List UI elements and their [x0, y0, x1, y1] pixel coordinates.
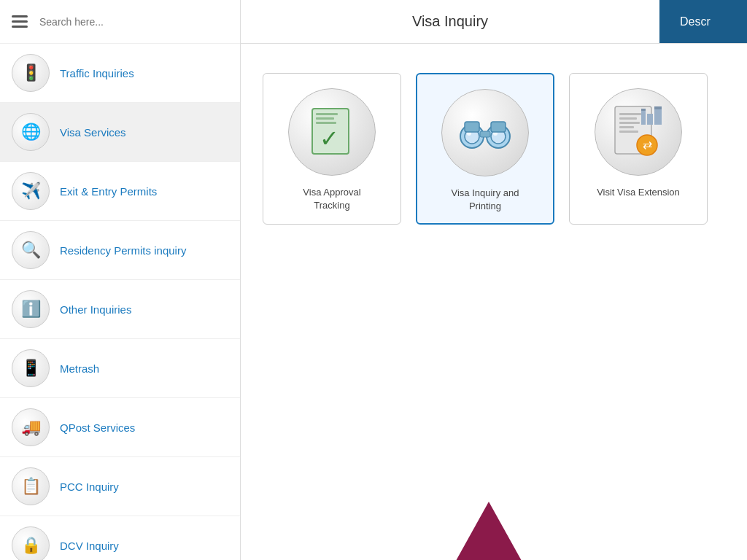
svg-rect-3: [316, 122, 336, 124]
metrash-icon: 📱: [12, 349, 50, 387]
sidebar-label-residency-permits: Residency Permits inquiry: [60, 244, 186, 257]
sidebar-item-residency-permits[interactable]: 🔍Residency Permits inquiry: [0, 221, 240, 280]
descr-button[interactable]: Descr: [659, 0, 747, 43]
other-inquiries-icon: ℹ️: [12, 290, 50, 328]
content-area: Visa Inquiry Descr ✓ Visa Approval Track…: [241, 0, 747, 560]
hamburger-menu-button[interactable]: [9, 12, 31, 31]
sidebar-item-visa-services[interactable]: 🌐Visa Services: [0, 103, 240, 162]
svg-rect-11: [480, 131, 490, 137]
svg-rect-18: [619, 126, 634, 128]
svg-text:⇄: ⇄: [643, 139, 652, 151]
sidebar-item-exit-entry-permits[interactable]: ✈️Exit & Entry Permits: [0, 162, 240, 221]
binoculars-svg: [456, 107, 514, 158]
sidebar-item-dcv-inquiry[interactable]: 🔒DCV Inquiry: [0, 516, 240, 560]
sidebar: 🚦Traffic Inquiries🌐Visa Services✈️Exit &…: [0, 0, 241, 560]
svg-marker-28: [452, 502, 525, 560]
visa-services-icon: 🌐: [12, 113, 50, 151]
sidebar-label-qpost-services: QPost Services: [60, 421, 135, 434]
svg-rect-24: [654, 106, 662, 109]
sidebar-item-pcc-inquiry[interactable]: 📋PCC Inquiry: [0, 457, 240, 516]
cards-row: ✓ Visa Approval Tracking Visa In: [263, 73, 725, 225]
dcv-inquiry-icon: 🔒: [12, 526, 50, 560]
visit-visa-svg: ⇄: [609, 103, 667, 161]
sidebar-label-exit-entry-permits: Exit & Entry Permits: [60, 185, 157, 198]
svg-rect-13: [491, 122, 506, 132]
residency-permits-icon: 🔍: [12, 231, 50, 269]
sidebar-header: [0, 0, 240, 44]
sidebar-label-metrash: Metrash: [60, 362, 99, 375]
content-body: ✓ Visa Approval Tracking Visa In: [241, 44, 747, 560]
sidebar-items-list: 🚦Traffic Inquiries🌐Visa Services✈️Exit &…: [0, 44, 240, 560]
card-label-visa-approval-tracking: Visa Approval Tracking: [303, 186, 360, 212]
traffic-inquiries-icon: 🚦: [12, 54, 50, 92]
card-visa-inquiry-printing[interactable]: Visa Inquiry and Printing: [416, 73, 554, 225]
svg-rect-20: [641, 110, 646, 125]
qpost-services-icon: 🚚: [12, 408, 50, 446]
svg-rect-12: [465, 122, 479, 132]
card-icon-visa-approval-tracking: ✓: [288, 88, 376, 176]
svg-rect-16: [619, 117, 637, 120]
card-visa-approval-tracking[interactable]: ✓ Visa Approval Tracking: [263, 73, 401, 225]
exit-entry-permits-icon: ✈️: [12, 172, 50, 210]
sidebar-label-dcv-inquiry: DCV Inquiry: [60, 540, 119, 552]
sidebar-item-traffic-inquiries[interactable]: 🚦Traffic Inquiries: [0, 44, 240, 103]
svg-text:✓: ✓: [320, 125, 339, 152]
sidebar-label-pcc-inquiry: PCC Inquiry: [60, 481, 119, 493]
content-header: Visa Inquiry Descr: [241, 0, 747, 44]
svg-rect-22: [654, 109, 662, 125]
sidebar-label-visa-services: Visa Services: [60, 126, 126, 139]
sidebar-item-qpost-services[interactable]: 🚚QPost Services: [0, 398, 240, 457]
visa-approval-svg: ✓: [305, 103, 360, 161]
sidebar-label-traffic-inquiries: Traffic Inquiries: [60, 67, 134, 79]
card-label-visa-inquiry-printing: Visa Inquiry and Printing: [452, 187, 519, 213]
svg-rect-19: [619, 131, 638, 133]
search-input[interactable]: [39, 16, 231, 28]
sidebar-label-other-inquiries: Other Inquiries: [60, 303, 131, 316]
svg-rect-21: [647, 114, 653, 125]
pcc-inquiry-icon: 📋: [12, 467, 50, 505]
card-icon-visit-visa-extension: ⇄: [595, 88, 682, 176]
sidebar-item-other-inquiries[interactable]: ℹ️Other Inquiries: [0, 280, 240, 339]
svg-rect-15: [619, 113, 641, 115]
up-arrow-svg: [452, 502, 525, 560]
svg-rect-2: [316, 117, 334, 120]
svg-rect-17: [619, 122, 640, 124]
svg-rect-1: [316, 113, 338, 115]
card-label-visit-visa-extension: Visit Visa Extension: [597, 186, 680, 199]
card-icon-visa-inquiry-printing: [441, 89, 529, 176]
sidebar-item-metrash[interactable]: 📱Metrash: [0, 339, 240, 398]
card-visit-visa-extension[interactable]: ⇄ Visit Visa Extension: [569, 73, 708, 225]
content-title: Visa Inquiry: [241, 0, 659, 43]
svg-rect-23: [641, 109, 646, 111]
